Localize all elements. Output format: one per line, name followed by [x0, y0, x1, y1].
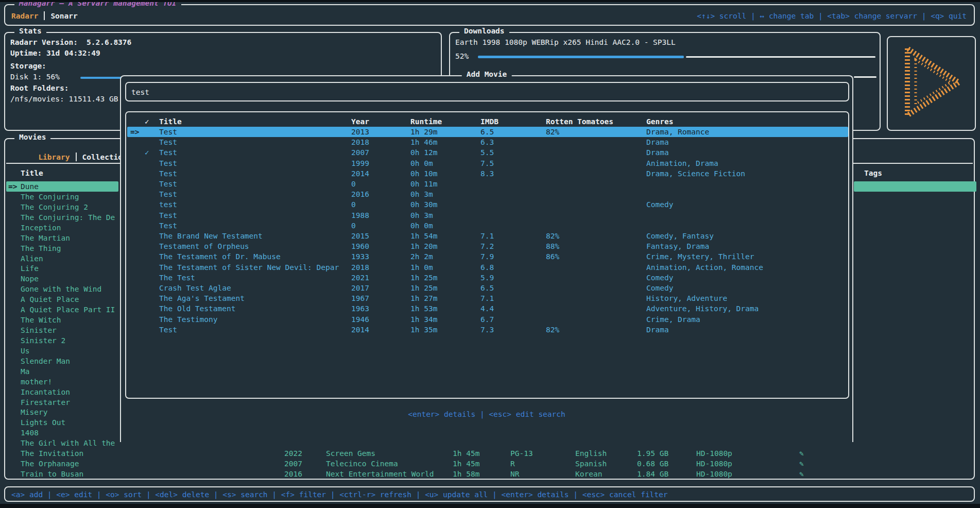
result-row[interactable]: The Testament of Dr. Mabuse19332h 2m7.98…: [126, 251, 848, 262]
result-row[interactable]: Test19990h 0m7.5Animation, Drama: [126, 158, 848, 168]
result-imdb-cell: 7.1: [480, 231, 494, 241]
movie-title-cell: A Quiet Place Part II: [21, 304, 115, 315]
result-genres-cell: Animation, Drama: [646, 158, 718, 168]
result-rt-cell: 82%: [546, 231, 559, 241]
result-genres-cell: Comedy: [646, 273, 673, 283]
result-title-cell: The Test: [159, 273, 195, 283]
movie-title-cell: The Conjuring 2: [21, 202, 88, 212]
result-row[interactable]: The Brand New Testament20151h 54m7.182%C…: [126, 231, 848, 241]
movie-title-cell: A Quiet Place: [21, 294, 79, 304]
checkmark-icon: ✓: [145, 147, 149, 158]
result-year-cell: 2016: [351, 189, 369, 199]
result-year-cell: 2015: [351, 231, 369, 241]
result-year-cell: 2014: [351, 325, 369, 335]
edit-tags-icon[interactable]: ✎: [799, 469, 804, 479]
edit-tags-icon[interactable]: ✎: [799, 448, 804, 459]
tab-library[interactable]: Library: [38, 153, 70, 161]
movie-title-cell: The Orphanage: [21, 459, 79, 469]
result-year-cell: 0: [351, 221, 356, 231]
tab-sonarr[interactable]: Sonarr: [50, 12, 77, 20]
download-item-name: Earth 1998 1080p WEBRip x265 Hindi AAC2.…: [455, 38, 676, 46]
modal-keybind-hints: <enter> details | <esc> edit search: [121, 410, 852, 418]
result-row[interactable]: =>Test20131h 29m6.582%Drama, Romance: [126, 127, 848, 137]
result-row[interactable]: The Testimony19461h 34m6.7Crime, Drama: [126, 314, 848, 325]
movie-studio-cell: Screen Gems: [326, 448, 375, 459]
result-row[interactable]: Test20160h 3m: [126, 189, 848, 199]
result-rt-cell: 88%: [546, 241, 559, 251]
add-movie-modal: Add Movie ✓TitleYearRuntimeIMDBRotten To…: [120, 75, 853, 442]
result-runtime-cell: 1h 34m: [410, 314, 437, 325]
search-results-table: ✓TitleYearRuntimeIMDBRotten TomatoesGenr…: [125, 111, 849, 399]
movie-year-cell: 2022: [284, 448, 302, 459]
result-title-cell: The Aga's Testament: [159, 293, 245, 303]
result-imdb-cell: 6.5: [480, 127, 494, 137]
result-row[interactable]: ✓Test20070h 12m5.5Drama: [126, 147, 848, 158]
result-row[interactable]: The Testament of Sister New Devil: Depar…: [126, 262, 848, 273]
movie-title-cell: Alien: [21, 253, 43, 264]
movie-title-cell: Firestarter: [21, 397, 70, 408]
result-row[interactable]: Test20181h 46m6.3Drama: [126, 137, 848, 147]
movie-title-cell: The Witch: [21, 315, 61, 325]
result-title-cell: Crash Test Aglae: [159, 283, 231, 293]
result-title-cell: The Old Testament: [159, 303, 235, 314]
result-genres-cell: Adventure, History, Drama: [646, 303, 759, 314]
result-year-cell: 2018: [351, 262, 369, 273]
result-runtime-cell: 1h 20m: [410, 241, 437, 251]
result-row[interactable]: Test19880h 3m: [126, 210, 848, 221]
results-column-header: Rotten Tomatoes: [546, 116, 613, 127]
movie-quality-cell: HD-1080p: [696, 459, 732, 469]
result-runtime-cell: 0h 0m: [410, 158, 433, 168]
result-year-cell: 1963: [351, 303, 369, 314]
result-runtime-cell: 1h 35m: [410, 325, 437, 335]
movie-studio-cell: Telecinco Cinema: [326, 459, 398, 469]
result-runtime-cell: 1h 54m: [410, 231, 437, 241]
result-row[interactable]: Test00h 0m: [126, 221, 848, 231]
library-row[interactable]: Train to Busan2016Next Entertainment Wor…: [5, 469, 974, 479]
movie-title-cell: Sinister: [21, 325, 57, 335]
result-title-cell: The Testament of Sister New Devil: Depar: [159, 262, 339, 273]
result-row[interactable]: test00h 30mComedy: [126, 199, 848, 210]
movie-title-cell: mother!: [21, 377, 52, 387]
result-year-cell: 2007: [351, 147, 369, 158]
result-imdb-cell: 6.7: [480, 314, 494, 325]
result-row[interactable]: Test20140h 10m8.3Drama, Science Fiction: [126, 168, 848, 179]
movie-search-input[interactable]: [130, 84, 843, 100]
result-imdb-cell: 7.9: [480, 251, 494, 262]
uptime-value: 31d 04:32:49: [46, 49, 100, 57]
result-year-cell: 0: [351, 199, 356, 210]
movie-title-cell: Inception: [21, 223, 61, 233]
check-column-header: ✓: [145, 116, 149, 127]
result-row[interactable]: The Old Testament19631h 53m4.4Adventure,…: [126, 303, 848, 314]
movie-title-cell: Misery: [21, 407, 47, 417]
movie-title-cell: 1408: [21, 428, 39, 438]
download2-gauge-remnant: [854, 76, 876, 78]
result-row[interactable]: The Test20211h 25m5.9Comedy: [126, 273, 848, 283]
result-runtime-cell: 0h 30m: [410, 199, 437, 210]
result-genres-cell: Animation, Action, Romance: [646, 262, 763, 273]
result-genres-cell: Drama: [646, 137, 669, 147]
result-row[interactable]: Testament of Orpheus19601h 20m7.288%Fant…: [126, 241, 848, 251]
movie-title-cell: The Invitation: [21, 448, 83, 459]
result-row[interactable]: Test00h 11m: [126, 179, 848, 189]
result-row[interactable]: Test20141h 35m7.382%Drama: [126, 325, 848, 335]
movie-size-cell: 0.68 GB: [637, 459, 668, 469]
edit-tags-icon[interactable]: ✎: [799, 459, 804, 469]
library-title-column-header: Title: [21, 169, 43, 177]
result-runtime-cell: 1h 25m: [410, 283, 437, 293]
movie-title-cell: Slender Man: [21, 356, 70, 366]
result-title-cell: Test: [159, 210, 177, 221]
result-row[interactable]: The Aga's Testament19671h 27m7.1History,…: [126, 293, 848, 303]
tab-radarr[interactable]: Radarr: [11, 12, 38, 20]
storage-label: Storage:: [10, 62, 46, 70]
movie-size-cell: 1.84 GB: [637, 469, 668, 479]
tab-separator: [76, 153, 77, 161]
result-title-cell: test: [159, 199, 177, 210]
movie-size-cell: 1.95 GB: [637, 448, 668, 459]
disk-usage-label: Disk 1: 56%: [10, 73, 60, 81]
result-rt-cell: 82%: [546, 127, 559, 137]
library-row[interactable]: The Invitation2022Screen Gems1h 45mPG-13…: [5, 448, 974, 459]
result-genres-cell: Comedy: [646, 199, 673, 210]
result-row[interactable]: Crash Test Aglae20171h 25m6.5Comedy: [126, 283, 848, 293]
movie-title-cell: Incantation: [21, 387, 70, 397]
library-row[interactable]: The Orphanage2007Telecinco Cinema1h 45mR…: [5, 459, 974, 469]
